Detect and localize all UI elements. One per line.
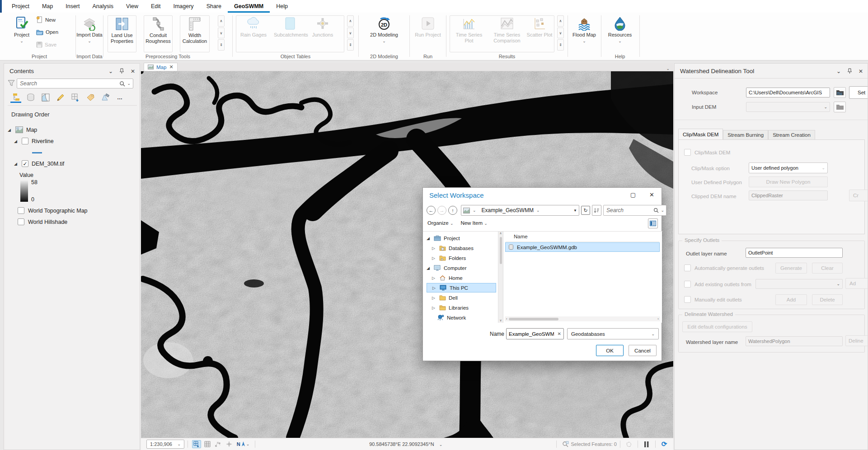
scroll-up-icon[interactable]: ∧ [218,15,225,27]
expand-gallery-icon[interactable]: ⇕ [557,39,564,51]
expand-gallery-icon[interactable]: ⇕ [218,39,225,51]
import-data-button[interactable]: Import Data ⌄ [76,15,103,44]
close-tab-icon[interactable]: ✕ [169,64,173,70]
close-icon[interactable]: ✕ [131,68,135,75]
ok-button[interactable]: OK [596,345,624,356]
dem-checkbox-checked[interactable]: ✓ [22,160,28,167]
run-project-button[interactable]: Run Project [414,15,441,38]
list-by-drawing-order-icon[interactable] [10,92,21,103]
scatter-plot-button[interactable]: Scatter Plot [525,15,554,38]
scroll-up-icon[interactable]: ∧ [557,15,564,27]
expander-icon[interactable]: ◢ [14,162,19,166]
scroll-down-icon[interactable]: ∨ [557,28,564,39]
pin-icon[interactable] [847,68,852,75]
chevron-down-icon[interactable]: ⌄ [836,68,841,75]
scale-combo[interactable]: 1:230,906 ⌄ [146,440,184,449]
selection-icon[interactable] [40,92,51,103]
tree-item-dell[interactable]: ▷ Dell [427,293,496,302]
input-dem-select[interactable]: ⌄ [746,102,830,112]
results-scroll-buttons[interactable]: ∧∨⇕ [557,15,564,51]
north-arrow-icon[interactable]: N ⌄ [235,440,251,448]
grid-icon[interactable] [203,440,212,448]
tab-clip-mask-dem[interactable]: Clip/Mask DEM [678,129,723,139]
menu-map[interactable]: Map [36,0,59,13]
object-tables-scroll-buttons[interactable]: ∧∨⇕ [347,15,354,51]
list-horizontal-scrollbar[interactable]: ‹ › [505,316,660,321]
list-item-gdb[interactable]: Example_GeoSWMM.gdb [505,242,660,252]
breadcrumb-combo[interactable]: ⌄ Example_GeoSWMM ⌄ ▼ [461,205,579,216]
dialog-search-input[interactable] [604,206,653,214]
label-tag-icon[interactable] [85,92,96,103]
refresh-icon[interactable]: ⟳ [660,440,669,448]
contents-search-input[interactable] [17,79,119,88]
workspace-input[interactable] [746,88,830,97]
flood-map-button[interactable]: Flood Map ⌄ [570,15,598,44]
select-polygon-icon[interactable] [624,440,633,448]
data-source-icon[interactable] [25,92,36,103]
organize-menu[interactable]: Organize ⌄ [427,220,453,226]
input-dem-browse-button[interactable] [834,102,846,112]
junctions-button[interactable]: Junctions [309,15,336,38]
forward-button[interactable]: → [437,206,446,215]
2d-modeling-button[interactable]: 2D 2D Modeling ⌄ [369,15,399,44]
scroll-down-icon[interactable]: ∨ [218,28,225,39]
tree-item-network[interactable]: Network [427,313,496,322]
clear-input-icon[interactable]: ✕ [558,331,561,336]
layer-riverline[interactable]: ◢ Riverline [14,138,54,144]
edit-pencil-icon[interactable] [55,92,66,103]
expander-icon[interactable]: ◢ [14,139,19,144]
tree-item-computer[interactable]: ◢ Computer [427,263,496,273]
topo-checkbox-unchecked[interactable] [18,207,24,214]
preprocessing-scroll-buttons[interactable]: ∧∨⇕ [218,15,225,51]
layer-world-hillshade[interactable]: World Hillshade [18,218,67,225]
workspace-name-input[interactable] [509,331,554,337]
menu-edit[interactable]: Edit [145,0,167,13]
tab-stream-creation[interactable]: Stream Creation [768,130,815,139]
file-type-select[interactable]: Geodatabases ⌄ [567,328,659,339]
menu-imagery[interactable]: Imagery [167,0,200,13]
view-columns-button[interactable] [648,218,658,228]
subcatchments-button[interactable]: Subcatchments [274,15,306,38]
set-workspace-button[interactable]: Set [849,86,868,99]
clipped-dem-input[interactable] [749,190,828,200]
tree-item-project[interactable]: ◢ Project [427,233,496,243]
watershed-layer-input[interactable] [746,336,843,346]
layer-dem[interactable]: ◢ ✓ DEM_30M.tif [14,160,64,167]
layer-world-topographic[interactable]: World Topographic Map [18,207,88,214]
edit-default-configurations-button[interactable]: Edit default configurations [682,321,752,332]
chevron-down-icon[interactable]: ⌄ [536,208,540,213]
refresh-button[interactable]: ↻ [581,206,590,215]
add-outlet-button[interactable]: Add [775,294,807,305]
menu-insert[interactable]: Insert [59,0,86,13]
tree-item-libraries[interactable]: ▷ Libraries [427,303,496,312]
draw-new-polygon-button[interactable]: Draw New Polygon [749,176,828,187]
chevron-down-icon[interactable]: ⌄ [473,208,476,213]
menu-share[interactable]: Share [200,0,228,13]
clip-mask-checkbox-unchecked[interactable] [684,149,691,156]
breadcrumb[interactable]: Example_GeoSWMM [482,207,534,213]
clear-button[interactable]: Clear [812,263,843,274]
delete-outlet-button[interactable]: Delete [812,294,843,305]
expander-icon[interactable]: ◢ [8,128,12,132]
dropdown-arrow-icon[interactable]: ▼ [573,209,577,213]
tab-stream-burning[interactable]: Stream Burning [723,130,768,139]
back-button[interactable]: ← [427,206,436,215]
pin-icon[interactable] [119,68,124,75]
clip-button[interactable]: Cr [849,190,868,201]
open-button[interactable]: Open [36,29,58,35]
cursor-coordinates[interactable]: 90.5845738°E 22.9092345°N ⌄ [258,441,553,447]
conduit-roughness-button[interactable]: Conduit Roughness [144,15,173,52]
sort-button[interactable] [592,205,601,216]
tree-item-this-pc[interactable]: ▷ This PC [427,283,496,292]
project-button[interactable]: Project⌄ [8,15,35,44]
new-item-menu[interactable]: New Item ⌄ [460,220,487,226]
tree-item-folders[interactable]: ▷ Folders [427,253,496,263]
add-existing-checkbox-unchecked[interactable] [684,281,691,288]
more-options-icon[interactable]: … [115,92,126,103]
time-series-comparison-button[interactable]: Time Series Comparison [490,15,524,44]
maximize-icon[interactable]: ▢ [630,191,636,198]
tab-list-chevron-icon[interactable]: ⌄ [666,66,670,71]
manual-edit-checkbox-unchecked[interactable] [684,296,691,303]
outlet-layer-input[interactable] [746,248,843,258]
chevron-down-icon[interactable]: ⌄ [661,208,664,213]
